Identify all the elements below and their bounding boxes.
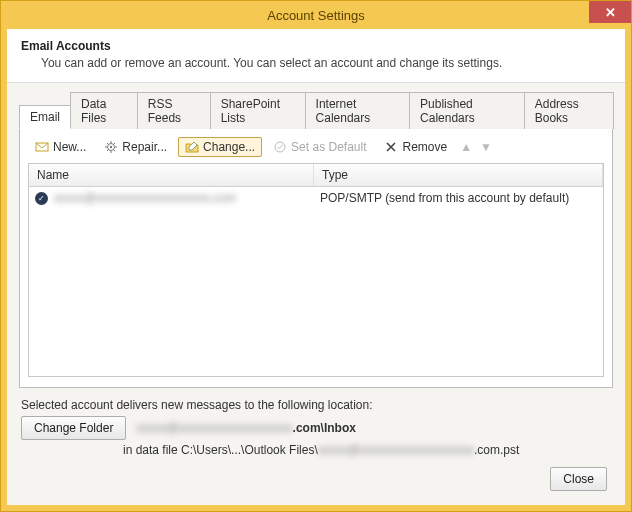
close-window-button[interactable]: ✕ — [589, 1, 631, 23]
account-settings-window: Account Settings ✕ Email Accounts You ca… — [0, 0, 632, 512]
window-title: Account Settings — [267, 8, 365, 23]
account-email: xxxxx@xxxxxxxxxxxxxxxxxxx.com — [54, 191, 236, 205]
move-up-icon: ▲ — [458, 140, 474, 154]
new-button[interactable]: New... — [28, 137, 93, 157]
repair-button[interactable]: Repair... — [97, 137, 174, 157]
table-row[interactable]: ✓ xxxxx@xxxxxxxxxxxxxxxxxxx.com POP/SMTP… — [29, 187, 603, 209]
accounts-grid: Name Type ✓ xxxxx@xxxxxxxxxxxxxxxxxxx.co… — [28, 163, 604, 377]
folder-edit-icon — [185, 140, 199, 154]
set-default-button: Set as Default — [266, 137, 373, 157]
header-block: Email Accounts You can add or remove an … — [7, 29, 625, 82]
cell-name: ✓ xxxxx@xxxxxxxxxxxxxxxxxxx.com — [35, 191, 320, 205]
tab-email[interactable]: Email — [19, 105, 71, 129]
gear-icon — [104, 140, 118, 154]
tab-rss-feeds[interactable]: RSS Feeds — [137, 92, 211, 129]
tab-internet-calendars[interactable]: Internet Calendars — [305, 92, 411, 129]
change-folder-button[interactable]: Change Folder — [21, 416, 126, 440]
close-icon: ✕ — [605, 5, 616, 20]
toolbar: New... Repair... Change... — [28, 135, 604, 163]
delivery-folder: xxxxx@xxxxxxxxxxxxxxxxxxx.com\Inbox — [136, 421, 356, 435]
page-title: Email Accounts — [21, 39, 611, 53]
delivery-info: Selected account delivers new messages t… — [19, 388, 613, 457]
tab-sharepoint-lists[interactable]: SharePoint Lists — [210, 92, 306, 129]
remove-button[interactable]: Remove — [377, 137, 454, 157]
tabs: Email Data Files RSS Feeds SharePoint Li… — [19, 91, 613, 128]
grid-header: Name Type — [29, 164, 603, 187]
cell-type: POP/SMTP (send from this account by defa… — [320, 191, 597, 205]
close-button[interactable]: Close — [550, 467, 607, 491]
move-down-icon: ▼ — [478, 140, 494, 154]
tab-published-calendars[interactable]: Published Calendars — [409, 92, 525, 129]
tab-address-books[interactable]: Address Books — [524, 92, 614, 129]
window-body: Email Accounts You can add or remove an … — [1, 29, 631, 511]
tab-data-files[interactable]: Data Files — [70, 92, 138, 129]
content-area: Email Data Files RSS Feeds SharePoint Li… — [7, 82, 625, 505]
page-subtitle: You can add or remove an account. You ca… — [41, 56, 611, 70]
default-account-icon: ✓ — [35, 192, 48, 205]
remove-icon — [384, 140, 398, 154]
svg-point-2 — [110, 146, 112, 148]
change-button[interactable]: Change... — [178, 137, 262, 157]
dialog-footer: Close — [19, 457, 613, 495]
titlebar: Account Settings ✕ — [1, 1, 631, 29]
col-type[interactable]: Type — [314, 164, 603, 186]
mail-icon — [35, 140, 49, 154]
col-name[interactable]: Name — [29, 164, 314, 186]
tab-panel-email: New... Repair... Change... — [19, 128, 613, 388]
check-circle-icon — [273, 140, 287, 154]
delivery-path: in data file C:\Users\...\Outlook Files\… — [123, 443, 611, 457]
delivery-label: Selected account delivers new messages t… — [21, 398, 611, 412]
